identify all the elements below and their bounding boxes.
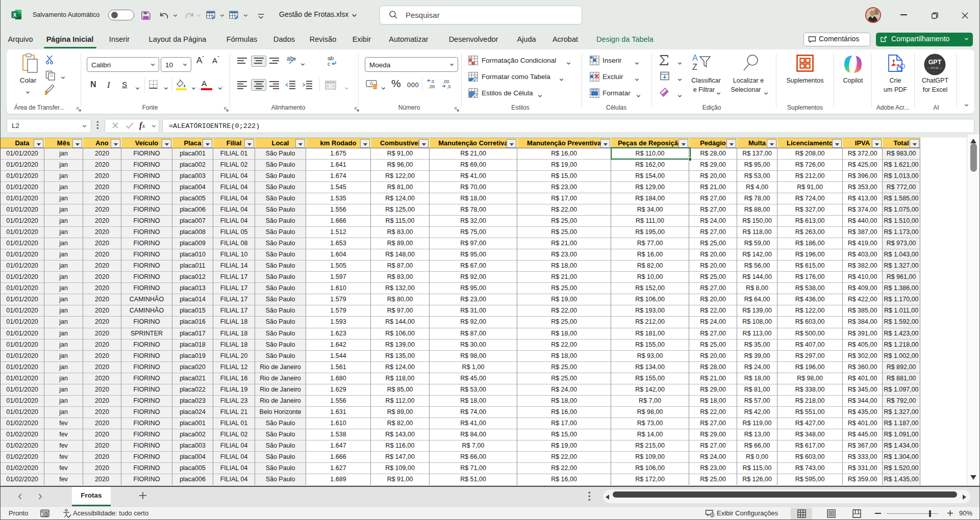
svg-text:0: 0 bbox=[432, 79, 434, 84]
svg-text:X: X bbox=[13, 12, 16, 18]
svg-text:— EXCEL —: — EXCEL — bbox=[927, 66, 942, 69]
svg-text:,00: ,00 bbox=[429, 84, 435, 89]
svg-text:c: c bbox=[328, 61, 331, 67]
svg-text:GPT: GPT bbox=[928, 59, 942, 66]
svg-text:Z: Z bbox=[692, 63, 697, 71]
svg-text:A: A bbox=[692, 54, 698, 62]
svg-text:,0: ,0 bbox=[447, 84, 451, 89]
svg-text:,00: ,00 bbox=[443, 79, 449, 84]
